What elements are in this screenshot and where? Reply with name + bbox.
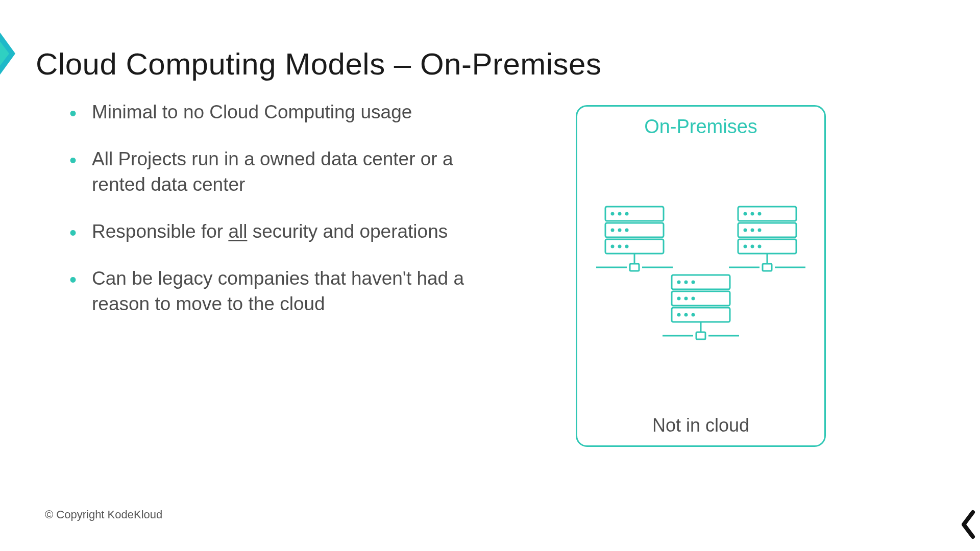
svg-point-16 xyxy=(618,245,622,248)
svg-point-33 xyxy=(758,245,762,248)
svg-point-9 xyxy=(611,212,615,216)
svg-point-27 xyxy=(758,212,762,216)
bullet-text: All Projects run in a owned data center … xyxy=(92,148,453,195)
slide-root: Cloud Computing Models – On-Premises Min… xyxy=(0,0,980,551)
diagram-title: On-Premises xyxy=(577,116,824,138)
svg-point-42 xyxy=(684,281,688,284)
svg-point-48 xyxy=(684,313,688,317)
bullet-list: Minimal to no Cloud Computing usage All … xyxy=(66,99,485,338)
svg-point-49 xyxy=(692,313,695,317)
bullet-text: security and operations xyxy=(247,221,448,242)
bullet-text: Minimal to no Cloud Computing usage xyxy=(92,102,412,122)
copyright-text: © Copyright KodeKloud xyxy=(45,508,162,521)
svg-rect-6 xyxy=(630,264,639,271)
bullet-text-underlined: all xyxy=(228,221,247,242)
svg-rect-22 xyxy=(763,264,772,271)
svg-point-43 xyxy=(692,281,695,284)
svg-point-26 xyxy=(751,212,754,216)
svg-point-15 xyxy=(611,245,615,248)
title-bar: Cloud Computing Models – On-Premises xyxy=(0,36,601,92)
svg-point-32 xyxy=(751,245,754,248)
svg-point-28 xyxy=(744,229,747,232)
server-cluster xyxy=(577,204,824,343)
svg-point-12 xyxy=(611,229,615,232)
svg-point-29 xyxy=(751,229,754,232)
page-title: Cloud Computing Models – On-Premises xyxy=(36,46,601,82)
svg-point-31 xyxy=(744,245,747,248)
svg-point-46 xyxy=(692,297,695,300)
svg-point-11 xyxy=(625,212,629,216)
svg-point-47 xyxy=(677,313,681,317)
svg-rect-38 xyxy=(696,332,705,339)
chevron-left-icon[interactable] xyxy=(960,509,977,542)
svg-point-41 xyxy=(677,281,681,284)
server-rack-icon xyxy=(663,272,739,343)
svg-point-25 xyxy=(744,212,747,216)
server-rack-icon xyxy=(596,204,673,275)
svg-point-44 xyxy=(677,297,681,300)
bullet-item: All Projects run in a owned data center … xyxy=(66,146,485,197)
svg-point-10 xyxy=(618,212,622,216)
on-premises-diagram: On-Premises xyxy=(576,105,826,447)
diagram-caption: Not in cloud xyxy=(577,415,824,436)
bullet-text: Responsible for xyxy=(92,221,228,242)
svg-point-13 xyxy=(618,229,622,232)
svg-point-30 xyxy=(758,229,762,232)
bullet-item: Can be legacy companies that haven't had… xyxy=(66,266,485,317)
bullet-text: Can be legacy companies that haven't had… xyxy=(92,268,464,314)
bullet-item: Responsible for all security and operati… xyxy=(66,219,485,244)
svg-point-17 xyxy=(625,245,629,248)
server-rack-icon xyxy=(729,204,805,275)
svg-point-14 xyxy=(625,229,629,232)
svg-point-45 xyxy=(684,297,688,300)
bullet-item: Minimal to no Cloud Computing usage xyxy=(66,99,485,125)
